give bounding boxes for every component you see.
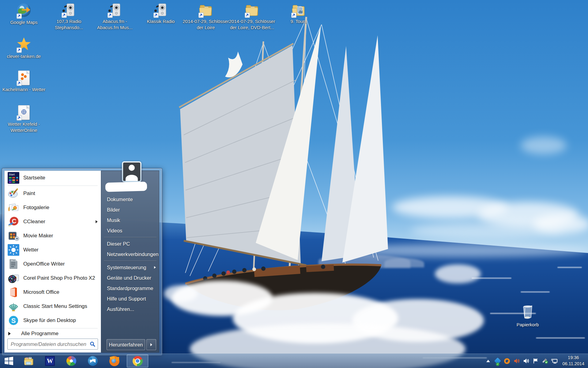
- menu-item-label: Movie Maker: [23, 233, 53, 239]
- start-menu-left-panel: Start Startseite: [4, 171, 101, 353]
- document-globe-icon: [16, 105, 32, 121]
- taskbar-word[interactable]: W: [43, 354, 57, 368]
- menu-item-startseite[interactable]: Start Startseite: [5, 171, 101, 185]
- desktop-icon-klassik-radio[interactable]: Klassik Radio: [137, 2, 185, 25]
- menu-item-corel-paintshop[interactable]: Corel Paint Shop Pro Photo X2: [5, 271, 101, 285]
- icon-label: Wetter Krefeld -: [0, 121, 48, 127]
- menu-item-wetter[interactable]: Wetter: [5, 243, 101, 257]
- start-search[interactable]: [7, 339, 98, 350]
- menu-item-systemsteuerung[interactable]: Systemsteuerung: [101, 262, 159, 273]
- taskbar-chrome[interactable]: [127, 355, 148, 367]
- taskbar-clock[interactable]: 19:36 06.11.2014: [563, 355, 585, 367]
- menu-item-movie-maker[interactable]: Movie Maker: [5, 229, 101, 243]
- desktop-icon-abacus-fm[interactable]: Abacus.fm - Abacus.fm Mus...: [91, 2, 139, 31]
- menu-item-ccleaner[interactable]: C CCleaner: [5, 215, 101, 229]
- icon-label: der Loire, DVD-Bert...: [228, 25, 276, 31]
- firefox-icon: [109, 356, 119, 366]
- icon-label: clever-tanken.de: [0, 53, 48, 59]
- audials-icon[interactable]: [504, 358, 511, 364]
- icon-label: 107,3 Radio: [45, 18, 93, 25]
- taskbar-thunderbird[interactable]: [86, 354, 100, 368]
- icon-label: Abacus.fm Mus...: [91, 25, 139, 31]
- skype-icon: S: [8, 315, 19, 326]
- audio-manager-icon[interactable]: [513, 358, 520, 364]
- menu-item-label: Alle Programme: [21, 331, 58, 337]
- menu-item-paint[interactable]: Paint: [5, 186, 101, 201]
- menu-item-bilder[interactable]: Bilder: [101, 205, 159, 215]
- windows-logo-icon: [4, 356, 14, 366]
- separator: [104, 237, 156, 237]
- volume-icon[interactable]: [523, 358, 530, 364]
- desktop-icon-kachelmann[interactable]: Kachelmann - Wetter: [0, 71, 48, 93]
- menu-item-label: Startseite: [23, 175, 45, 181]
- desktop-icon-folder-loire[interactable]: 2014-07-29, Schlösser der Loire: [182, 2, 230, 31]
- microsoft-office-icon: [8, 286, 19, 298]
- desktop-icon-clever-tanken[interactable]: clever-tanken.de: [0, 37, 48, 59]
- menu-item-dieser-pc[interactable]: Dieser PC: [101, 239, 159, 249]
- menu-item-netzwerkverbindungen[interactable]: Netzwerkverbindungen: [101, 249, 159, 259]
- desktop-icon-radio-1073[interactable]: 107,3 Radio Stephansdo...: [45, 2, 93, 31]
- shutdown-options-arrow[interactable]: [146, 339, 156, 350]
- start-button[interactable]: [2, 354, 16, 368]
- icon-label: Google Maps: [0, 19, 48, 25]
- seashell-icon: [8, 301, 19, 312]
- menu-item-ausfuehren[interactable]: Ausführen...: [101, 304, 159, 314]
- splash: [435, 264, 481, 283]
- document-icon: [16, 71, 32, 86]
- recycle-bin[interactable]: Papierkorb: [505, 305, 551, 327]
- taskbar-firefox[interactable]: [107, 354, 121, 368]
- cloud: [410, 222, 564, 239]
- menu-item-label: Corel Paint Shop Pro Photo X2: [23, 275, 95, 281]
- menu-item-musik[interactable]: Musik: [101, 215, 159, 225]
- hidden-icons-chevron[interactable]: [485, 358, 492, 364]
- menu-item-label: Skype für den Desktop: [23, 317, 76, 324]
- menu-item-dokumente[interactable]: Dokumente: [101, 194, 159, 205]
- menu-item-label: Paint: [23, 190, 35, 197]
- menu-item-all-programs[interactable]: Alle Programme: [5, 329, 101, 338]
- desktop-icon-wetter-krefeld[interactable]: Wetter Krefeld - WetterOnline: [0, 105, 48, 133]
- menu-item-fotogalerie[interactable]: Fotogalerie: [5, 201, 101, 215]
- expand-arrow-icon: [8, 332, 11, 335]
- device-connected-icon[interactable]: [542, 358, 548, 364]
- start-screen-tile-icon: Start: [8, 172, 19, 184]
- dropbox-icon[interactable]: ✓: [494, 358, 501, 364]
- menu-item-microsoft-office[interactable]: Microsoft Office: [5, 285, 101, 299]
- menu-item-label: OpenOffice Writer: [23, 261, 65, 267]
- menu-item-videos[interactable]: Videos: [101, 225, 159, 236]
- submenu-arrow-icon: [96, 220, 98, 223]
- search-icon: [90, 341, 95, 347]
- desktop-icon-google-maps[interactable]: Google Maps: [0, 2, 48, 25]
- icon-label: Abacus.fm -: [91, 18, 139, 25]
- menu-item-label: CCleaner: [23, 219, 45, 225]
- icon-label: WetterOnline: [0, 127, 48, 133]
- shutdown-button[interactable]: Herunterfahren: [107, 339, 145, 350]
- menu-item-label: Microsoft Office: [23, 289, 59, 295]
- menu-item-classic-start-settings[interactable]: Classic Start Menu Settings: [5, 299, 101, 313]
- menu-item-standardprogramme[interactable]: Standardprogramme: [101, 283, 159, 293]
- submenu-arrow-icon: [154, 266, 156, 269]
- clock-date: 06.11.2014: [563, 361, 585, 367]
- desktop-icon-folder-loire-dvd[interactable]: 2014-07-29, Schlösser der Loire, DVD-Ber…: [228, 2, 276, 31]
- star-icon: [16, 37, 32, 53]
- taskbar-explorer[interactable]: [21, 354, 36, 368]
- network-icon[interactable]: [551, 358, 558, 364]
- desktop-icon-folder-tours[interactable]: 9. Tours: [275, 2, 322, 25]
- menu-item-skype[interactable]: S Skype für den Desktop: [5, 313, 101, 328]
- taskbar-picasa[interactable]: [64, 354, 78, 368]
- start-search-input[interactable]: [10, 341, 90, 347]
- camera-lens-icon: [8, 272, 19, 284]
- movie-maker-icon: [8, 230, 19, 242]
- svg-text:S: S: [11, 317, 16, 324]
- action-center-flag-icon[interactable]: [532, 358, 539, 364]
- menu-item-hilfe-support[interactable]: Hilfe und Support: [101, 293, 159, 304]
- icon-label: Klassik Radio: [137, 18, 185, 25]
- recycle-bin-icon: [521, 305, 534, 321]
- separator: [104, 261, 156, 261]
- paint-palette-icon: [8, 188, 19, 199]
- icon-label: Papierkorb: [505, 322, 551, 327]
- menu-item-geraete-drucker[interactable]: Geräte und Drucker: [101, 273, 159, 283]
- desktop: Google Maps 107,3 Radio Stephansdo... Ab: [0, 0, 588, 368]
- menu-item-openoffice-writer[interactable]: OpenOffice Writer: [5, 257, 101, 271]
- user-avatar[interactable]: [122, 161, 141, 182]
- clock-time: 19:36: [563, 355, 585, 361]
